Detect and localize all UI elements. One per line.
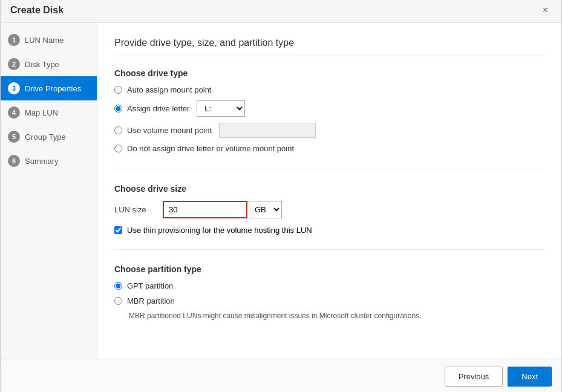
partition-type-title: Choose partition type [114, 264, 544, 274]
sidebar-label-6: Summary [25, 157, 59, 166]
step-num-1: 1 [8, 34, 20, 46]
lun-size-input[interactable] [163, 201, 247, 218]
lun-size-row: LUN size GB TB MB [114, 201, 544, 218]
sidebar-label-5: Group Type [25, 132, 66, 142]
drive-size-section: Choose drive size LUN size GB TB MB Use … [114, 184, 544, 250]
sidebar-label-3: Drive Properties [25, 84, 81, 93]
partition-type-section: Choose partition type GPT partition MBR … [114, 264, 544, 330]
assign-letter-row: Assign drive letter L: M: N: O: P: [114, 100, 544, 117]
main-content: Provide drive type, size, and partition … [97, 23, 561, 359]
mbr-radio[interactable] [114, 297, 122, 305]
volume-mount-label[interactable]: Use volume mount point [127, 126, 212, 135]
assign-letter-label[interactable]: Assign drive letter [127, 104, 189, 113]
sidebar-label-2: Disk Type [25, 60, 59, 69]
auto-assign-radio[interactable] [114, 86, 122, 94]
close-button[interactable]: × [539, 4, 552, 16]
sidebar-label-4: Map LUN [25, 108, 58, 117]
mbr-label[interactable]: MBR partition [127, 296, 175, 305]
dialog-body: 1 LUN Name 2 Disk Type 3 Drive Propertie… [1, 23, 561, 359]
no-assign-label[interactable]: Do not assign drive letter or volume mou… [127, 144, 294, 153]
step-num-2: 2 [8, 58, 20, 70]
drive-size-title: Choose drive size [114, 184, 544, 194]
lun-size-label: LUN size [114, 205, 163, 214]
gpt-radio[interactable] [114, 282, 122, 290]
volume-mount-row: Use volume mount point [114, 123, 544, 138]
dialog-footer: Previous Next [1, 359, 561, 392]
drive-letter-select[interactable]: L: M: N: O: P: [197, 100, 245, 117]
drive-type-title: Choose drive type [114, 68, 544, 78]
main-heading: Provide drive type, size, and partition … [114, 38, 544, 56]
volume-mount-input[interactable] [219, 123, 316, 138]
create-disk-dialog: Create Disk × 1 LUN Name 2 Disk Type 3 D… [0, 0, 562, 392]
volume-mount-radio[interactable] [114, 126, 122, 134]
mbr-row: MBR partition [114, 296, 544, 305]
size-unit-select[interactable]: GB TB MB [247, 201, 282, 218]
dialog-title: Create Disk [10, 5, 64, 16]
auto-assign-row: Auto assign mount point [114, 85, 544, 94]
drive-type-section: Choose drive type Auto assign mount poin… [114, 68, 544, 169]
no-assign-radio[interactable] [114, 145, 122, 152]
gpt-label[interactable]: GPT partition [127, 281, 173, 290]
thin-provision-checkbox[interactable] [114, 226, 122, 234]
assign-letter-radio[interactable] [114, 105, 122, 113]
sidebar-item-lun-name[interactable]: 1 LUN Name [1, 28, 97, 52]
sidebar: 1 LUN Name 2 Disk Type 3 Drive Propertie… [1, 23, 97, 359]
gpt-row: GPT partition [114, 281, 544, 290]
sidebar-label-1: LUN Name [25, 36, 64, 45]
thin-provision-label[interactable]: Use thin provisioning for the volume hos… [127, 226, 312, 235]
step-num-4: 4 [8, 106, 20, 119]
auto-assign-label[interactable]: Auto assign mount point [127, 85, 211, 94]
thin-provision-row: Use thin provisioning for the volume hos… [114, 226, 544, 235]
step-num-5: 5 [8, 131, 20, 143]
sidebar-item-drive-properties[interactable]: 3 Drive Properties [1, 76, 97, 100]
step-num-3: 3 [8, 82, 20, 94]
sidebar-item-disk-type[interactable]: 2 Disk Type [1, 52, 97, 76]
no-assign-row: Do not assign drive letter or volume mou… [114, 144, 544, 153]
mbr-warning: MBR partitioned LUNs might cause misalig… [129, 312, 544, 320]
dialog-titlebar: Create Disk × [1, 0, 561, 23]
sidebar-item-map-lun[interactable]: 4 Map LUN [1, 100, 97, 125]
previous-button[interactable]: Previous [445, 367, 503, 387]
sidebar-item-summary[interactable]: 6 Summary [1, 149, 97, 173]
step-num-6: 6 [8, 155, 20, 167]
sidebar-item-group-type[interactable]: 5 Group Type [1, 125, 97, 149]
next-button[interactable]: Next [508, 367, 552, 387]
